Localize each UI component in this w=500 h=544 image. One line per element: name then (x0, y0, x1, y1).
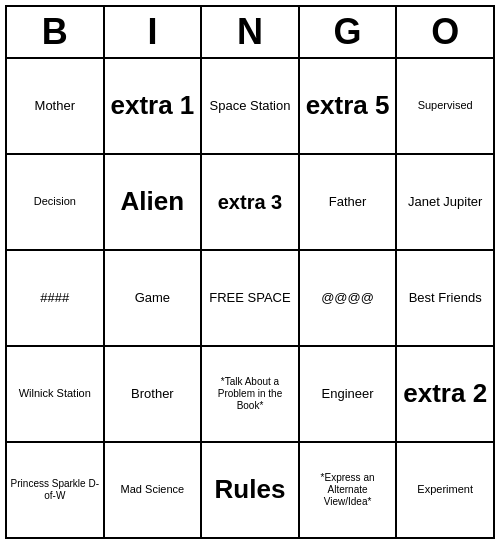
bingo-cell-3-4: extra 2 (397, 347, 493, 441)
bingo-cell-2-0: #### (7, 251, 105, 345)
bingo-row-0: Motherextra 1Space Stationextra 5Supervi… (7, 59, 493, 155)
bingo-row-2: ####GameFREE SPACE@@@@Best Friends (7, 251, 493, 347)
bingo-cell-1-1: Alien (105, 155, 203, 249)
bingo-cell-2-3: @@@@ (300, 251, 398, 345)
bingo-cell-4-4: Experiment (397, 443, 493, 537)
bingo-cell-3-0: Wilnick Station (7, 347, 105, 441)
bingo-cell-3-1: Brother (105, 347, 203, 441)
bingo-cell-4-0: Princess Sparkle D-of-W (7, 443, 105, 537)
bingo-cell-0-3: extra 5 (300, 59, 398, 153)
bingo-cell-4-1: Mad Science (105, 443, 203, 537)
header-letter: G (300, 7, 398, 57)
bingo-grid: Motherextra 1Space Stationextra 5Supervi… (7, 59, 493, 537)
bingo-cell-0-0: Mother (7, 59, 105, 153)
header-letter: B (7, 7, 105, 57)
bingo-cell-1-4: Janet Jupiter (397, 155, 493, 249)
bingo-header: BINGO (7, 7, 493, 59)
header-letter: I (105, 7, 203, 57)
bingo-cell-0-1: extra 1 (105, 59, 203, 153)
bingo-cell-3-3: Engineer (300, 347, 398, 441)
bingo-row-3: Wilnick StationBrother*Talk About a Prob… (7, 347, 493, 443)
bingo-row-4: Princess Sparkle D-of-WMad ScienceRules*… (7, 443, 493, 537)
bingo-cell-2-4: Best Friends (397, 251, 493, 345)
header-letter: O (397, 7, 493, 57)
bingo-cell-0-4: Supervised (397, 59, 493, 153)
bingo-row-1: DecisionAlienextra 3FatherJanet Jupiter (7, 155, 493, 251)
bingo-cell-3-2: *Talk About a Problem in the Book* (202, 347, 300, 441)
bingo-cell-4-3: *Express an Alternate View/Idea* (300, 443, 398, 537)
bingo-cell-1-3: Father (300, 155, 398, 249)
bingo-cell-1-0: Decision (7, 155, 105, 249)
bingo-card: BINGO Motherextra 1Space Stationextra 5S… (5, 5, 495, 539)
bingo-cell-1-2: extra 3 (202, 155, 300, 249)
bingo-cell-0-2: Space Station (202, 59, 300, 153)
bingo-cell-2-2: FREE SPACE (202, 251, 300, 345)
bingo-cell-2-1: Game (105, 251, 203, 345)
bingo-cell-4-2: Rules (202, 443, 300, 537)
header-letter: N (202, 7, 300, 57)
